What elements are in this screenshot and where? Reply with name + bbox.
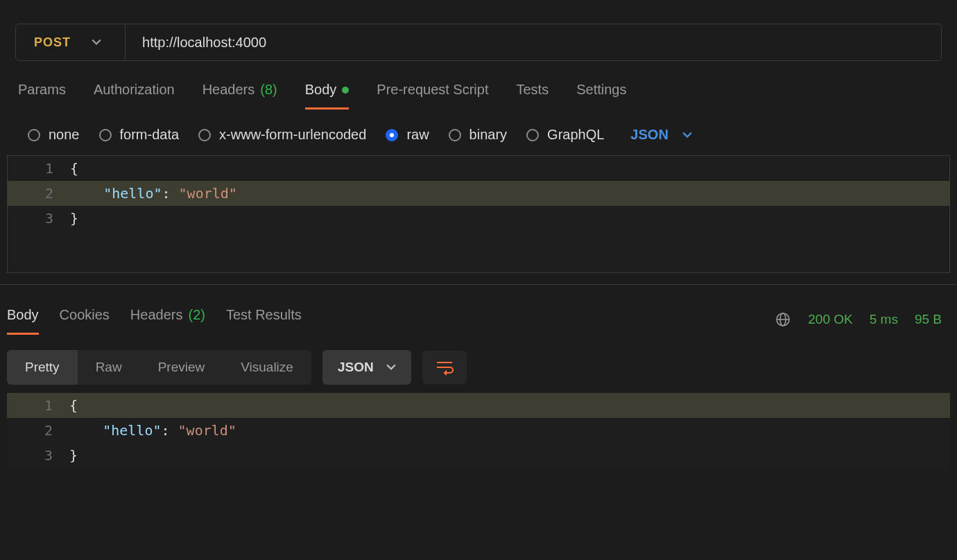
line-number: 2 xyxy=(7,418,69,443)
tab-label: Authorization xyxy=(94,82,175,98)
http-method-select[interactable]: POST xyxy=(16,24,126,60)
code-brace: { xyxy=(69,397,78,414)
line-number: 1 xyxy=(8,156,70,181)
tab-label: Headers xyxy=(130,307,183,323)
code-brace: } xyxy=(70,210,78,227)
tab-label: Pre-request Script xyxy=(377,82,488,98)
radio-icon xyxy=(198,129,211,141)
tab-label: Test Results xyxy=(226,307,302,323)
response-format-select[interactable]: JSON xyxy=(322,350,411,385)
response-tabs: Body Cookies Headers (2) Test Results xyxy=(7,304,302,335)
response-tab-body[interactable]: Body xyxy=(7,304,39,335)
tab-label: Body xyxy=(305,82,337,98)
tab-label: Params xyxy=(18,82,66,98)
code-key: "hello" xyxy=(103,422,161,439)
body-format-select[interactable]: JSON xyxy=(630,127,691,143)
chevron-down-icon xyxy=(386,362,396,372)
code-punc: : xyxy=(161,422,178,439)
tab-body[interactable]: Body xyxy=(305,75,350,110)
radio-label: x-www-form-urlencoded xyxy=(219,127,366,143)
response-header: Body Cookies Headers (2) Test Results 20… xyxy=(0,284,957,342)
response-toolbar: Pretty Raw Preview Visualize JSON xyxy=(0,342,957,393)
tab-count: (2) xyxy=(188,307,205,323)
response-tab-cookies[interactable]: Cookies xyxy=(60,304,110,335)
wrap-lines-button[interactable] xyxy=(422,351,467,384)
code-string: "world" xyxy=(178,422,236,439)
tab-label: Settings xyxy=(576,82,626,98)
format-label: JSON xyxy=(630,127,668,143)
code-brace: { xyxy=(70,160,78,177)
body-type-graphql[interactable]: GraphQL xyxy=(526,127,604,143)
body-type-none[interactable]: none xyxy=(28,127,80,143)
body-type-form-data[interactable]: form-data xyxy=(99,127,180,143)
format-label: JSON xyxy=(338,360,374,375)
line-number: 3 xyxy=(8,206,70,231)
view-mode-preview[interactable]: Preview xyxy=(140,350,223,385)
view-mode-raw[interactable]: Raw xyxy=(78,350,140,385)
body-type-row: none form-data x-www-form-urlencoded raw… xyxy=(0,110,957,155)
body-type-urlencoded[interactable]: x-www-form-urlencoded xyxy=(198,127,366,143)
request-bar: POST xyxy=(15,24,942,61)
radio-icon xyxy=(28,129,40,141)
radio-icon xyxy=(449,129,461,141)
response-body-editor[interactable]: 1 { 2 "hello": "world" 3 } xyxy=(7,393,950,468)
request-body-editor[interactable]: 1 { 2 ····"hello": "world" 3 } xyxy=(7,155,950,273)
radio-label: form-data xyxy=(120,127,180,143)
code-brace: } xyxy=(69,447,78,464)
radio-label: GraphQL xyxy=(547,127,604,143)
response-time: 5 ms xyxy=(870,312,898,327)
code-key: "hello" xyxy=(103,185,162,202)
view-mode-visualize[interactable]: Visualize xyxy=(223,350,311,385)
chevron-down-icon xyxy=(682,130,692,140)
indent-guide: ···· xyxy=(70,185,103,202)
tab-settings[interactable]: Settings xyxy=(576,75,626,110)
tab-params[interactable]: Params xyxy=(18,75,66,110)
request-url-input[interactable] xyxy=(126,35,941,51)
tab-headers[interactable]: Headers (8) xyxy=(202,75,277,110)
line-number: 1 xyxy=(7,393,69,418)
tab-count: (8) xyxy=(260,82,277,98)
line-number: 3 xyxy=(7,443,69,468)
tab-label: Body xyxy=(7,307,39,323)
tab-label: Headers xyxy=(202,82,255,98)
radio-icon xyxy=(526,129,539,141)
body-type-raw[interactable]: raw xyxy=(386,127,429,143)
tab-pre-request-script[interactable]: Pre-request Script xyxy=(377,75,488,110)
http-method-label: POST xyxy=(34,35,71,50)
view-mode-pretty[interactable]: Pretty xyxy=(7,350,78,385)
response-status-row: 200 OK 5 ms 95 B xyxy=(775,311,942,328)
status-code: 200 OK xyxy=(808,312,852,327)
request-tabs: Params Authorization Headers (8) Body Pr… xyxy=(0,75,957,110)
response-size: 95 B xyxy=(915,312,942,327)
chevron-down-icon xyxy=(92,37,101,47)
radio-icon xyxy=(99,129,112,141)
radio-icon xyxy=(386,129,398,141)
response-view-modes: Pretty Raw Preview Visualize xyxy=(7,350,311,385)
tab-tests[interactable]: Tests xyxy=(516,75,549,110)
line-number: 2 xyxy=(8,181,70,206)
radio-label: binary xyxy=(469,127,507,143)
radio-label: none xyxy=(49,127,80,143)
modified-dot-icon xyxy=(342,87,349,94)
body-type-binary[interactable]: binary xyxy=(449,127,507,143)
globe-icon[interactable] xyxy=(775,311,791,328)
response-tab-headers[interactable]: Headers (2) xyxy=(130,304,205,335)
radio-label: raw xyxy=(406,127,429,143)
tab-label: Cookies xyxy=(60,307,110,323)
code-string: "world" xyxy=(179,185,237,202)
tab-label: Tests xyxy=(516,82,549,98)
code-punc: : xyxy=(162,185,178,202)
response-tab-test-results[interactable]: Test Results xyxy=(226,304,302,335)
tab-authorization[interactable]: Authorization xyxy=(94,75,175,110)
